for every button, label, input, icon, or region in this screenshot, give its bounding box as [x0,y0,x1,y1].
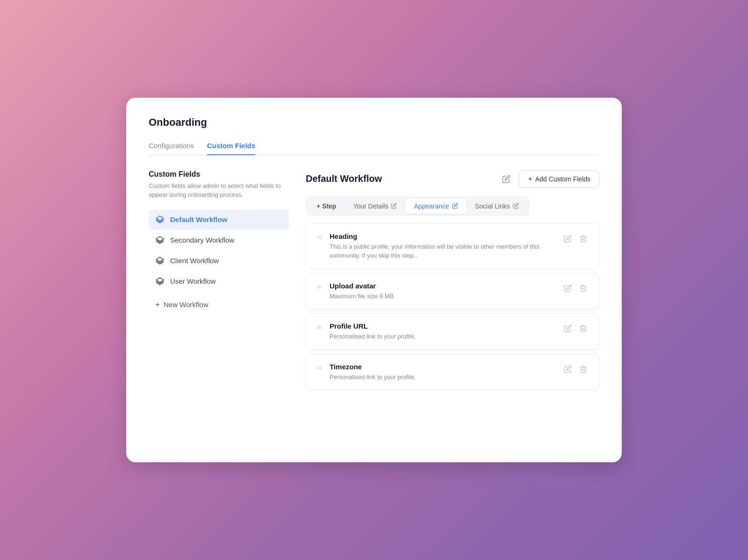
field-actions-avatar [561,282,590,294]
tab-social-links[interactable]: Social Links [467,199,527,214]
main-content: Custom Fields Custom fields allow admin … [149,170,599,391]
workflow-label-default: Default Workflow [170,215,227,223]
edit-tab-icon-appearance [452,203,458,209]
edit-tab-icon-social [513,203,519,209]
delete-icon-heading [579,235,587,243]
workflow-item-default[interactable]: Default Workflow [149,210,289,230]
layers-icon-client [155,256,165,266]
new-workflow-label: New Workflow [164,301,209,309]
workflow-item-client[interactable]: Client Workflow [149,251,289,271]
edit-tab-icon-details [391,203,397,209]
step-tabs-bar: + Step Your Details Appearance [306,196,530,216]
field-name-heading: Heading [330,232,555,240]
svg-rect-6 [317,366,322,367]
delete-icon-timezone [579,365,587,373]
delete-icon-profile-url [579,324,587,332]
header-actions: + Add Custom Fields [499,170,599,188]
edit-field-heading[interactable] [561,232,574,245]
field-info-timezone: Timezone Personalised link to your profi… [330,363,555,382]
new-workflow-button[interactable]: + New Workflow [149,295,289,315]
workflow-label-secondary: Secondary Workflow [170,236,234,244]
svg-rect-3 [317,287,322,288]
field-info-profile-url: Profile URL Personalised link to your pr… [330,322,555,341]
svg-rect-7 [317,368,322,369]
workflow-item-secondary[interactable]: Secondary Workflow [149,230,289,250]
field-actions-profile-url [561,322,590,335]
tab-custom-fields[interactable]: Custom Fields [207,142,255,155]
field-desc-heading: This is a public profile, your informati… [330,242,555,260]
field-desc-timezone: Personalised link to your profile. [330,373,555,382]
fields-list: Heading This is a public profile, your i… [306,223,599,391]
sidebar: Custom Fields Custom fields allow admin … [149,170,289,391]
delete-field-heading[interactable] [577,232,590,245]
tab-appearance[interactable]: Appearance [405,199,467,214]
edit-icon-profile-url [564,324,572,332]
delete-field-timezone[interactable] [577,363,590,375]
delete-field-avatar[interactable] [577,282,590,294]
edit-field-timezone[interactable] [561,363,574,375]
add-custom-fields-button[interactable]: + Add Custom Fields [519,170,599,188]
field-card-heading: Heading This is a public profile, your i… [306,223,599,269]
edit-icon-avatar [564,284,572,292]
edit-icon [502,175,511,183]
field-name-timezone: Timezone [330,363,555,371]
main-card: Onboarding Configurations Custom Fields … [126,98,622,462]
svg-rect-2 [317,286,322,287]
field-actions-heading [561,232,590,245]
field-card-timezone: Timezone Personalised link to your profi… [306,354,599,391]
drag-handle-heading[interactable] [316,234,323,243]
field-info-heading: Heading This is a public profile, your i… [330,232,555,260]
tab-configurations[interactable]: Configurations [149,142,194,155]
field-card-upload-avatar: Upload avatar Maximum file size 8 MB. [306,273,599,310]
workflow-label-client: Client Workflow [170,257,219,265]
your-details-label: Your Details [353,202,388,210]
social-links-label: Social Links [475,202,510,210]
delete-icon-avatar [579,284,587,292]
edit-workflow-button[interactable] [499,172,513,186]
workflow-item-user[interactable]: User Workflow [149,272,289,291]
appearance-label: Appearance [414,202,449,210]
tab-add-step[interactable]: + Step [308,199,345,214]
tab-your-details[interactable]: Your Details [345,199,405,214]
field-info-avatar: Upload avatar Maximum file size 8 MB. [330,282,555,301]
edit-field-avatar[interactable] [561,282,574,294]
add-step-label: + Step [316,202,336,210]
drag-handle-avatar[interactable] [316,283,323,293]
delete-field-profile-url[interactable] [577,322,590,335]
layers-icon-user [155,277,165,286]
svg-rect-1 [317,238,322,239]
tab-bar: Configurations Custom Fields [149,142,599,155]
add-icon: + [528,175,532,183]
edit-icon-timezone [564,365,572,373]
page-title: Onboarding [149,116,599,129]
sidebar-description: Custom fields allow admin to select what… [149,181,289,200]
svg-rect-0 [317,236,322,237]
layers-icon-default [155,215,165,224]
workflow-label-user: User Workflow [170,277,216,285]
field-desc-profile-url: Personalised link to your profile. [330,332,555,341]
drag-handle-timezone[interactable] [316,364,323,373]
field-name-profile-url: Profile URL [330,322,555,330]
drag-handle-profile-url[interactable] [316,323,323,333]
content-area: Default Workflow + Add Custom Fields [306,170,599,391]
plus-icon: + [155,300,160,309]
workflow-list: Default Workflow Secondary Workflow [149,210,289,291]
svg-rect-4 [317,326,322,327]
field-actions-timezone [561,363,590,375]
svg-rect-5 [317,328,322,329]
workflow-title: Default Workflow [306,173,382,184]
edit-icon-heading [564,235,572,243]
layers-icon-secondary [155,236,165,245]
add-button-label: Add Custom Fields [535,175,590,183]
field-name-avatar: Upload avatar [330,282,555,290]
sidebar-title: Custom Fields [149,170,289,179]
content-header: Default Workflow + Add Custom Fields [306,170,599,188]
field-desc-avatar: Maximum file size 8 MB. [330,292,555,301]
edit-field-profile-url[interactable] [561,322,574,335]
field-card-profile-url: Profile URL Personalised link to your pr… [306,313,599,350]
